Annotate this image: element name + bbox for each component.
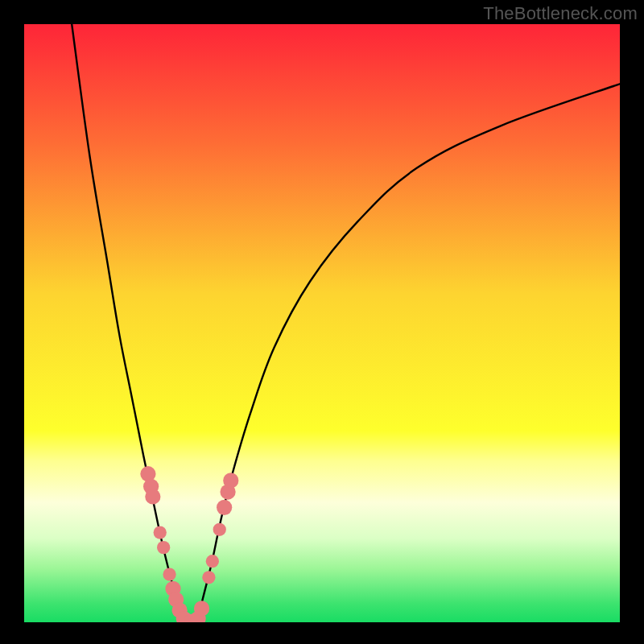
data-marker — [213, 523, 226, 536]
data-marker — [202, 571, 215, 584]
data-marker — [157, 541, 170, 554]
data-marker — [154, 526, 167, 539]
watermark-text: TheBottleneck.com — [483, 3, 638, 24]
data-marker — [194, 601, 209, 616]
data-marker — [217, 500, 232, 515]
chart-container: TheBottleneck.com — [0, 0, 644, 644]
plot-frame — [24, 24, 620, 622]
data-marker — [206, 555, 219, 568]
data-marker — [223, 473, 238, 488]
data-marker — [163, 568, 175, 580]
plot-svg — [24, 24, 620, 622]
data-marker — [145, 489, 160, 504]
